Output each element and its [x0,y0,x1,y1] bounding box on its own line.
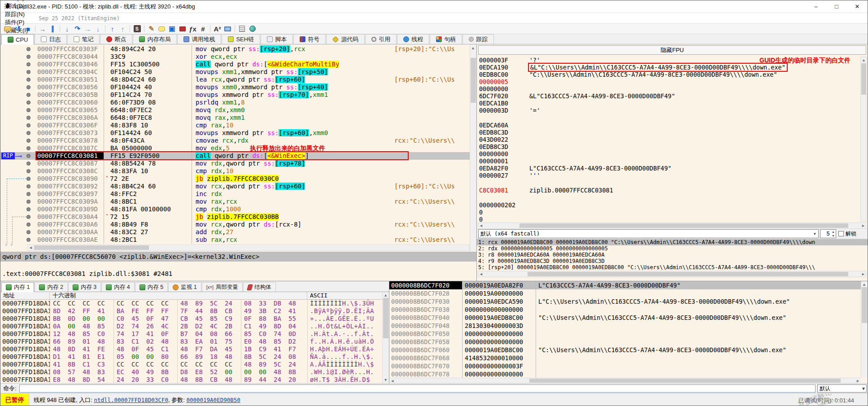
disasm-row[interactable]: 00007FFCC8C0309A48:8BC1mov rax,rcxrcx:"C… [0,198,470,205]
dump-rows[interactable]: 00007FFD18DA1CCCCCCCCCCCCCCCC48895C24083… [0,300,389,383]
stack-row[interactable]: 0000008B6DC7F0580000000000000000 [389,338,861,346]
step-out-icon[interactable]: ↑ [108,24,117,33]
register-row[interactable]: 0EDCA1B0 [477,100,868,107]
disasm-row[interactable]: 00007FFCC8C030730F114424 60movups xmmwor… [0,129,470,137]
register-row[interactable]: 0EDCA60A [477,122,868,129]
dump-row[interactable]: 00007FFD18DA1124885C07417410FB704086685C… [0,330,389,338]
tab-引用[interactable]: 引用 [365,34,397,44]
stack-row[interactable]: 0000008B6DC7F0600000019A0EDB8C00"C:\\Use… [389,346,861,354]
dump-tab-内存 5[interactable]: 内存 5 [135,282,168,292]
disasm-row[interactable]: 00007FFCC8C0309748:FFC2inc rdx [0,190,470,198]
argument-row[interactable]: 3: r8 0000019A0EDCA60A 0000019A0EDCA60A [477,252,868,258]
register-list[interactable]: 0000003F'?'GUID生成的临时目录下的白文件0EDCA190&L"C:… [477,56,868,223]
breakpoint-dot-icon[interactable] [26,93,31,97]
breakpoint-dot-icon[interactable] [26,139,31,143]
breakpoint-dot-icon[interactable] [26,207,31,211]
dump-vertical-scrollbar[interactable]: ▲ ▼ [382,292,389,383]
disassembly-pane[interactable]: 00007FFCC8C0303F48:894C24 20mov qword pt… [0,44,477,281]
breakpoint-dot-icon[interactable] [26,100,31,105]
stack-row[interactable]: 0000008B6DC7F0400000019A0EDB8C00"C:\\Use… [389,314,861,322]
breakpoint-dot-icon[interactable] [26,200,31,204]
breakpoint-dot-icon[interactable] [26,169,31,173]
tab-笔记[interactable]: 笔记 [67,34,100,44]
tab-内存布局[interactable]: 内存布局 [133,34,177,44]
restart-icon[interactable]: ↺ [13,24,22,33]
disasm-row[interactable]: 00007FFCC8C03090ˇ72 2Ejb ziplib.7FFCC8C0… [0,175,470,183]
disasm-row[interactable]: 00007FFCC8C0305B0F114C24 70movups xmmwor… [0,91,470,99]
entry-address-link[interactable]: ntdll.00007FFD18D03CF0 [94,397,168,403]
disasm-row[interactable]: 00007FFCC8C030A4ˇ72 15jb ziplib.7FFCC8C0… [0,213,470,221]
dump-header-2[interactable]: ASCII [307,292,383,299]
stack-rows[interactable]: 0000008B6DC7F0200000019A0EDA82F0L"C163CC… [389,281,861,378]
disasm-row[interactable]: 00007FFCC8C0303F48:894C24 20mov qword pt… [0,45,470,53]
breakpoint-dot-icon[interactable] [26,108,31,112]
patches-icon[interactable]: ✎ [147,24,156,33]
breakpoint-dot-icon[interactable] [26,162,31,166]
dump-row[interactable]: 00007FFD18DA1418BC1C3CCCCCCCCCCCCCCCC488… [0,361,389,368]
maximize-button[interactable]: □ [826,0,847,13]
stack-row[interactable]: 0000008B6DC7F0300000019A0EDCA590L"C:\\Us… [389,297,861,306]
argument-count-stepper[interactable]: 5▲▼ [820,229,836,238]
menu-item-跟踪N[interactable]: 跟踪(N) [0,10,32,18]
argument-list[interactable]: 1: rcx 0000019A0EDB8C00 0000019A0EDB8C00… [477,239,868,271]
dump-tab-内存 1[interactable]: 内存 1 [1,282,34,292]
disasm-row[interactable]: 00007FFCC8C030AE48:2BC1sub rax,rcxrcx:"C… [0,236,470,244]
register-row[interactable]: 0EDB8C3D [477,143,868,150]
breakpoint-dot-icon[interactable] [26,85,31,89]
register-row[interactable]: 00000005 [477,78,868,85]
tab-SEH链[interactable]: SEH链 [222,34,260,44]
tab-日志[interactable]: 日志 [35,34,67,44]
close-debuggee-icon[interactable]: ■ [23,24,33,33]
dump-row[interactable]: 00007FFD18DA16689014883C1024883EA0175E04… [0,338,389,345]
disasm-row[interactable]: 00007FFCC8C0309D48:81FA 00100000cmp rdx,… [0,205,470,213]
argument-row[interactable]: 2: rdx 0000000000000005 0000000000000005 [477,245,868,252]
register-row[interactable]: 00000000 [477,85,868,92]
tab-脚本[interactable]: 脚本 [261,34,293,44]
expression-icon[interactable]: ƒx [188,24,197,33]
disasm-row[interactable]: RIP—→00007FFCC8C03081FF15 E92F0500call q… [0,152,470,160]
disasm-row[interactable]: 00007FFCC8C030AA48:83C2 27add rdx,27 [0,228,470,236]
stack-row[interactable]: 0000008B6DC7F0500000000000000000 [389,330,861,338]
disasm-row[interactable]: 00007FFCC8C0304C0F104C24 50movups xmm1,x… [0,68,470,76]
dump-header-0[interactable]: 地址 [0,292,50,299]
dump-tab-监视 1[interactable]: 监视 1 [168,282,201,292]
hash-icon[interactable]: # [198,24,208,33]
breakpoint-dot-icon[interactable] [26,70,31,74]
parameter-address-link[interactable]: 0000019A0ED90B50 [186,397,240,403]
trace-record-icon[interactable]: S [132,24,142,33]
breakpoint-dot-icon[interactable] [26,223,31,227]
tab-断点[interactable]: 断点 [100,34,132,44]
breakpoint-dot-icon[interactable] [26,123,31,127]
command-input[interactable] [19,384,816,393]
register-row[interactable]: 00000001 [477,157,868,165]
tab-符号[interactable]: 符号 [293,34,326,44]
argument-row[interactable]: 5: [rsp+20] 0000019A0EDB8C00 0000019A0ED… [477,264,868,271]
tab-跟踪[interactable]: 跟踪 [462,34,494,44]
tab-CPU[interactable]: CPU [1,34,34,44]
register-row[interactable]: 00000000 [477,150,868,157]
breakpoint-dot-icon[interactable] [26,78,31,82]
disasm-row[interactable]: 00007FFCC8C03046FF15 1C300500call qword … [0,61,470,68]
disasm-row[interactable]: 00007FFCC8C0307CBA 05000000mov edx,5执行释放… [0,144,470,152]
dump-row[interactable]: 00007FFD18DA108574883EC40498BD8E85200000… [0,368,389,376]
stack-row[interactable]: 0000008B6DC7F0380000000000000000 [389,306,861,314]
breakpoint-dot-icon[interactable] [26,146,31,150]
run-to-cursor-icon[interactable]: → [83,24,92,33]
stack-row[interactable]: 0000008B6DC7F0280000019A00000000 [389,289,861,297]
dump-header-1[interactable]: 十六进制 [50,292,307,299]
open-file-icon[interactable] [3,24,12,33]
argument-row[interactable]: 4: r9 0000019A0EDB8C3D 0000019A0EDB8C3D [477,258,868,264]
dump-row[interactable]: 00007FFD18DA1488D41FE480F45C148F7DA451BC… [0,345,389,353]
favourites-icon[interactable] [178,24,187,33]
breakpoint-dot-icon[interactable] [26,62,31,66]
breakpoint-dot-icon[interactable] [26,238,31,242]
run-to-user-code-icon[interactable]: ↑ [118,24,127,33]
stack-vertical-scrollbar[interactable]: ▲ [861,281,868,378]
disasm-row[interactable]: 00007FFCC8C0305148:8D4C24 60lea rcx,qwor… [0,76,470,83]
disasm-row[interactable]: 00007FFCC8C0308C48:83FA 10cmp rdx,10 [0,167,470,175]
register-row[interactable]: 0000003D'=' [477,107,868,114]
disasm-row[interactable]: 00007FFCC8C030560F104424 40movups xmm0,x… [0,83,470,91]
hide-fpu-button[interactable]: 隐藏FPU [478,45,866,55]
stack-row[interactable]: 0000008B6DC7F0684148532000010000 [389,354,861,362]
unlock-checkbox[interactable]: 解锁 [838,230,866,238]
